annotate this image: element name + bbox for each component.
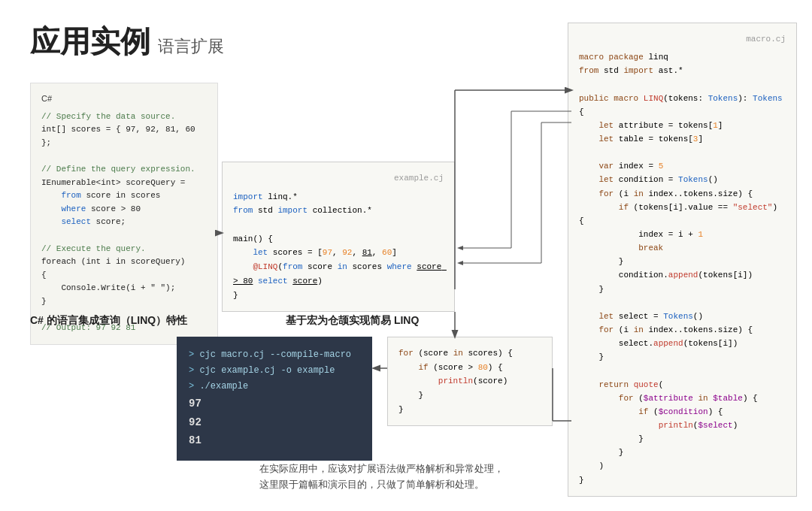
csharp-code: // Specify the data source. int[] scores… bbox=[41, 110, 207, 335]
example-title: example.cj bbox=[233, 171, 444, 186]
csharp-label: C# bbox=[41, 92, 207, 106]
terminal-output-1: 97 bbox=[189, 395, 360, 413]
terminal-line-3: > ./example bbox=[189, 379, 360, 395]
terminal-line-2: > cjc example.cj -o example bbox=[189, 363, 360, 379]
terminal-output-2: 92 bbox=[189, 413, 360, 432]
label-linq: 基于宏为仓颉实现简易 LINQ bbox=[286, 314, 419, 328]
title-main: 应用实例 bbox=[30, 21, 150, 62]
forloop-code: for (score in scores) { if (score > 80) … bbox=[398, 346, 541, 416]
note-text: 在实际应用中，应该对扩展语法做严格解析和异常处理，这里限于篇幅和演示目的，只做了… bbox=[259, 461, 504, 493]
csharp-panel: C# // Specify the data source. int[] sco… bbox=[30, 83, 218, 345]
forloop-panel: for (score in scores) { if (score > 80) … bbox=[387, 337, 553, 426]
macro-code: macro package linq from std import ast.*… bbox=[579, 50, 786, 487]
title-sub: 语言扩展 bbox=[158, 35, 224, 58]
macro-title: macro.cj bbox=[579, 32, 786, 46]
terminal-line-1: > cjc macro.cj --compile-macro bbox=[189, 347, 360, 363]
macro-panel: macro.cj macro package linq from std imp… bbox=[568, 23, 797, 497]
terminal-output-3: 81 bbox=[189, 431, 360, 450]
example-panel: example.cj import linq.* from std import… bbox=[222, 162, 455, 312]
example-code: import linq.* from std import collection… bbox=[233, 190, 444, 303]
page-title: 应用实例 语言扩展 bbox=[30, 21, 224, 62]
label-csharp: C# 的语言集成查询（LINQ）特性 bbox=[30, 314, 187, 328]
terminal-panel: > cjc macro.cj --compile-macro > cjc exa… bbox=[177, 337, 372, 461]
